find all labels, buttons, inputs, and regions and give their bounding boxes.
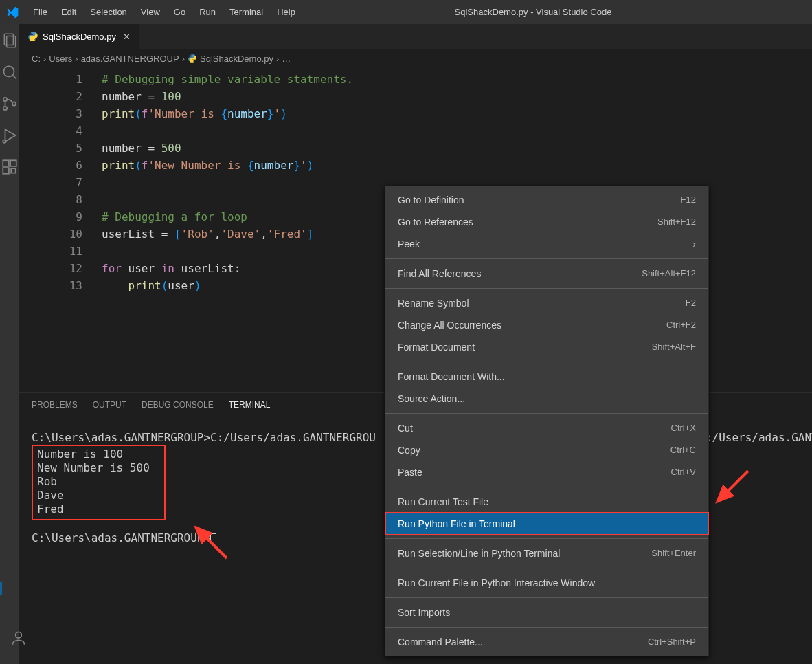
menu-item[interactable]: Command Palette...Ctrl+Shift+P	[385, 631, 708, 653]
terminal-text: C:\Users\adas.GANTNERGROUP>	[32, 531, 210, 544]
menu-item[interactable]: Run Current File in Python Interactive W…	[385, 572, 708, 594]
tab-problems[interactable]: PROBLEMS	[32, 400, 78, 414]
menu-item[interactable]: Change All OccurrencesCtrl+F2	[385, 314, 708, 336]
menu-item[interactable]: Format DocumentShift+Alt+F	[385, 336, 708, 358]
svg-line-13	[717, 471, 748, 502]
menu-terminal[interactable]: Terminal	[223, 3, 270, 21]
menu-item[interactable]: CutCtrl+X	[385, 417, 708, 439]
line-number: 3	[19, 105, 102, 122]
line-number: 9	[19, 208, 102, 225]
code-line[interactable]: 6print(f'New Number is {number}')	[19, 157, 812, 174]
menu-item-shortcut: Shift+Enter	[651, 546, 696, 560]
activity-indicator	[0, 582, 2, 595]
menu-item[interactable]: Format Document With...	[385, 366, 708, 388]
breadcrumb-seg[interactable]: C:	[32, 54, 41, 64]
menu-bar: File Edit Selection View Go Run Terminal…	[26, 3, 302, 21]
svg-line-14	[196, 527, 227, 558]
terminal-text: C:/Users/adas.GANTNERGROU	[210, 431, 376, 444]
code-line[interactable]: 2number = 100	[19, 88, 812, 105]
menu-item[interactable]: CopyCtrl+C	[385, 439, 708, 461]
terminal-output-highlight: Number is 100 New Number is 500 Rob Dave…	[32, 445, 166, 520]
breadcrumb-seg[interactable]: SqlShackDemo.py	[200, 54, 273, 64]
code-line[interactable]: 3print(f'Number is {number}')	[19, 105, 812, 122]
menu-separator	[385, 288, 708, 289]
breadcrumb-seg[interactable]: Users	[49, 54, 72, 64]
menu-item-label: Run Selection/Line in Python Terminal	[398, 546, 560, 560]
menu-item[interactable]: Run Selection/Line in Python TerminalShi…	[385, 542, 708, 564]
svg-rect-9	[3, 160, 9, 166]
title-bar: File Edit Selection View Go Run Terminal…	[0, 0, 812, 24]
close-icon[interactable]: ✕	[123, 32, 131, 42]
menu-item-shortcut: Ctrl+V	[671, 465, 696, 479]
activity-bar	[0, 24, 19, 664]
run-debug-icon[interactable]	[0, 126, 19, 145]
menu-item[interactable]: Peek›	[385, 233, 708, 255]
menu-item-shortcut: Shift+F12	[657, 215, 696, 229]
code-line[interactable]: 1# Debugging simple variable statments.	[19, 71, 812, 88]
menu-item[interactable]: Run Python File in Terminal	[385, 513, 708, 535]
menu-separator	[385, 258, 708, 259]
context-menu: Go to DefinitionF12Go to ReferencesShift…	[385, 186, 709, 656]
code-line[interactable]: 5number = 500	[19, 140, 812, 157]
breadcrumb[interactable]: C:› Users› adas.GANTNERGROUP› SqlShackDe…	[19, 49, 812, 68]
svg-line-3	[12, 75, 16, 78]
menu-selection[interactable]: Selection	[83, 3, 133, 21]
svg-point-4	[3, 98, 7, 101]
terminal-text: New Number is 500	[37, 461, 160, 475]
menu-item-shortcut: Ctrl+X	[671, 421, 696, 435]
menu-file[interactable]: File	[26, 3, 54, 21]
code-content: print(f'Number is {number}')	[102, 105, 287, 122]
menu-separator	[385, 413, 708, 414]
menu-item-shortcut: Ctrl+F2	[666, 318, 696, 332]
menu-item-label: Command Palette...	[398, 635, 483, 649]
tab-label: SqlShackDemo.py	[43, 32, 116, 42]
menu-item-shortcut: Ctrl+Shift+P	[648, 635, 696, 649]
menu-separator	[385, 538, 708, 539]
menu-item[interactable]: Go to ReferencesShift+F12	[385, 211, 708, 233]
search-icon[interactable]	[0, 63, 19, 82]
menu-help[interactable]: Help	[270, 3, 302, 21]
menu-view[interactable]: View	[134, 3, 167, 21]
menu-item[interactable]: Sort Imports	[385, 601, 708, 623]
tab-output[interactable]: OUTPUT	[93, 400, 126, 414]
line-number: 13	[19, 277, 102, 294]
line-number: 7	[19, 174, 102, 191]
menu-item[interactable]: Go to DefinitionF12	[385, 189, 708, 211]
menu-item-label: Copy	[398, 443, 420, 457]
menu-go[interactable]: Go	[167, 3, 192, 21]
menu-item[interactable]: Find All ReferencesShift+Alt+F12	[385, 263, 708, 285]
menu-separator	[385, 597, 708, 598]
menu-edit[interactable]: Edit	[54, 3, 83, 21]
menu-item-label: Find All References	[398, 267, 481, 280]
menu-item[interactable]: Source Action...	[385, 388, 708, 410]
terminal-text: Dave	[37, 489, 160, 502]
menu-item[interactable]: Run Current Test File	[385, 491, 708, 513]
vscode-logo-icon	[5, 5, 19, 19]
breadcrumb-seg[interactable]: adas.GANTNERGROUP	[81, 54, 179, 64]
tab-terminal[interactable]: TERMINAL	[229, 400, 271, 414]
line-number: 4	[19, 122, 102, 140]
tab-debug-console[interactable]: DEBUG CONSOLE	[142, 400, 214, 414]
account-icon[interactable]	[10, 629, 27, 649]
terminal-text: Rob	[37, 475, 160, 489]
source-control-icon[interactable]	[0, 94, 19, 113]
line-number: 6	[19, 157, 102, 174]
menu-item-shortcut: F12	[681, 193, 696, 207]
line-number: 5	[19, 140, 102, 157]
extensions-icon[interactable]	[0, 157, 19, 177]
svg-point-5	[3, 107, 7, 110]
menu-item[interactable]: Rename SymbolF2	[385, 292, 708, 314]
menu-item-shortcut: F2	[686, 296, 696, 310]
breadcrumb-seg[interactable]: …	[282, 54, 291, 64]
menu-run[interactable]: Run	[192, 3, 223, 21]
tab-sqlshackdemo[interactable]: SqlShackDemo.py ✕	[19, 24, 139, 49]
line-number: 11	[19, 243, 102, 260]
code-content: print(user)	[102, 277, 201, 294]
line-number: 1	[19, 71, 102, 88]
menu-separator	[385, 487, 708, 487]
explorer-icon[interactable]	[0, 31, 19, 50]
code-line[interactable]: 4	[19, 122, 812, 140]
menu-item[interactable]: PasteCtrl+V	[385, 461, 708, 483]
menu-item-label: Paste	[398, 465, 422, 479]
svg-point-2	[3, 66, 14, 76]
